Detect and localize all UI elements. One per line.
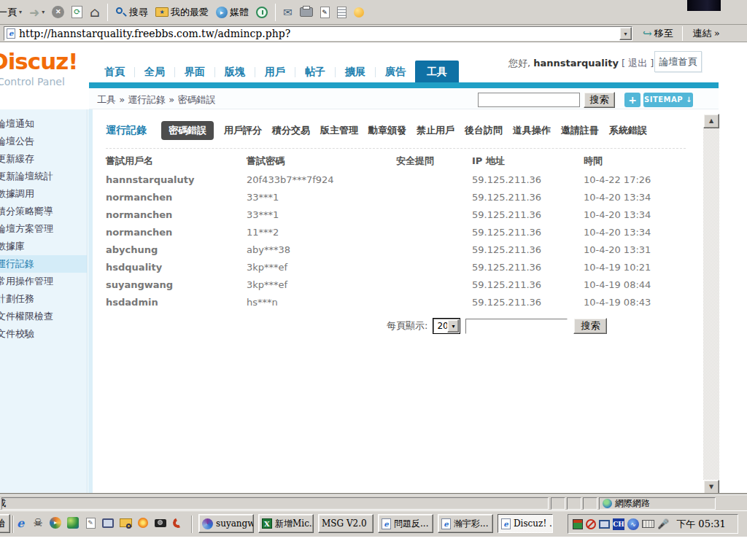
nav-forums[interactable]: 版塊 [215, 62, 255, 82]
microphone-tray-icon[interactable]: 🎤 [657, 518, 669, 529]
task-discuz-active[interactable]: eDiscuz! ... [498, 514, 553, 533]
nav-tools[interactable]: 工具 [415, 61, 459, 84]
cell-security [396, 241, 472, 258]
editor-icon[interactable]: ✎ [83, 516, 98, 530]
search-folder-icon[interactable] [118, 516, 133, 530]
tab-password-errors[interactable]: 密碼錯誤 [161, 121, 214, 140]
sidebar-item-update-stats[interactable]: 更新論壇統計 [0, 168, 87, 185]
sidebar-item-forum-announcement[interactable]: 論壇公告 [0, 133, 87, 150]
table-search-input[interactable] [465, 319, 568, 334]
system-tray: CH ∿ 🎤 下午 05:31 [568, 514, 738, 534]
discuss-button[interactable] [333, 5, 350, 20]
sidebar-item-credit-wizard[interactable]: 積分策略嚮導 [0, 203, 87, 220]
tab-admin-visits[interactable]: 後台訪問 [465, 124, 503, 137]
media-button[interactable]: ▸媒體 [212, 4, 252, 20]
media-player-icon[interactable]: ▸ [48, 516, 63, 530]
forward-dropdown-icon[interactable]: ▾ [42, 9, 44, 15]
task-hannstar[interactable]: e瀚宇彩... [438, 514, 493, 533]
frame-scrollbar[interactable]: ▲ ▼ [703, 114, 719, 494]
nav-home[interactable]: 首頁 [95, 62, 134, 82]
sidebar-item-file-verify[interactable]: 文件校驗 [0, 325, 87, 343]
back-dropdown-icon[interactable]: ▾ [19, 9, 22, 15]
search-button[interactable]: 搜尋 [112, 4, 152, 20]
back-button[interactable]: 一頁▾ [0, 4, 26, 20]
foxmail-icon[interactable] [171, 516, 185, 530]
network-tray-icon[interactable] [599, 520, 610, 529]
sidebar-item-database[interactable]: 數據庫 [0, 238, 87, 255]
breadcrumb[interactable]: 工具 » 運行記錄 » 密碼錯誤 [97, 93, 215, 106]
nav-interface[interactable]: 界面 [175, 62, 214, 82]
scroll-down-button[interactable]: ▼ [703, 480, 719, 494]
mute-tray-icon[interactable] [586, 519, 596, 529]
sidebar-item-update-cache[interactable]: 更新緩存 [0, 150, 87, 168]
start-button[interactable]: 開始 [0, 514, 10, 533]
task-msg[interactable]: MSG V2.0 [318, 514, 374, 533]
sidebar-item-forum-notice[interactable]: 論壇通知 [0, 115, 87, 133]
sidebar-item-cron[interactable]: 計劃任務 [0, 290, 87, 308]
header-search-button[interactable]: 搜索 [584, 92, 615, 108]
cell-password: hs***n [247, 293, 396, 311]
tab-magic-ops[interactable]: 道具操作 [513, 124, 551, 137]
table-search-button[interactable]: 搜索 [573, 318, 607, 334]
tab-moderator-manage[interactable]: 版主管理 [320, 124, 358, 137]
forum-home-button[interactable]: 論壇首頁 [654, 51, 702, 72]
fire-app-icon[interactable] [136, 516, 150, 530]
print-icon [300, 7, 313, 17]
refresh-button[interactable]: ⟳ [68, 4, 86, 20]
swirl-tray-icon[interactable]: ∿ [627, 518, 639, 530]
language-indicator-icon[interactable]: CH [613, 518, 624, 530]
history-button[interactable] [252, 5, 271, 20]
tab-banned-users[interactable]: 禁止用戶 [417, 124, 454, 137]
home-button[interactable]: ⌂ [86, 4, 104, 20]
messenger-button[interactable] [350, 6, 368, 19]
desktop-icon[interactable] [101, 516, 115, 530]
sidebar-item-run-log[interactable]: 運行記錄 [0, 255, 87, 273]
pagination-row: 每頁顯示: 20▾ 搜索 [387, 318, 607, 334]
scroll-up-button[interactable]: ▲ [703, 114, 719, 128]
nav-global[interactable]: 全局 [135, 62, 174, 82]
cell-time: 10-4-20 13:34 [584, 188, 693, 206]
tab-invite-register[interactable]: 邀請註冊 [561, 124, 599, 137]
address-input[interactable]: e http://hannstarquality.freebbs.com.tw/… [4, 26, 632, 41]
tab-system-errors[interactable]: 系統錯誤 [609, 124, 647, 137]
keyboard-tray-icon[interactable] [642, 520, 654, 528]
sidebar-item-data-call[interactable]: 數據調用 [0, 185, 87, 203]
task-feedback[interactable]: e問題反... [378, 514, 433, 533]
task-excel[interactable]: X新增Mic... [258, 514, 314, 533]
print-button[interactable] [296, 6, 317, 18]
edit-button[interactable]: ✎ [317, 5, 333, 20]
task-suyangwang[interactable]: suyangw... [198, 514, 254, 533]
nav-ads[interactable]: 廣告 [376, 62, 415, 82]
links-button[interactable]: 連結» [687, 26, 726, 41]
map-app-icon[interactable] [66, 516, 80, 530]
sidebar-item-file-perm-check[interactable]: 文件權限檢查 [0, 308, 87, 325]
go-button[interactable]: ↪移至 [637, 26, 679, 41]
sitemap-button[interactable]: SITEMAP ↓ [643, 93, 693, 107]
skull-icon[interactable]: ☠ [31, 516, 45, 530]
address-dropdown-button[interactable]: ▾ [619, 27, 632, 40]
sidebar-item-scheme-manage[interactable]: 論壇方案管理 [0, 220, 87, 238]
tab-medal-award[interactable]: 勳章頒發 [368, 124, 406, 137]
url-text[interactable]: http://hannstarquality.freebbs.com.tw/ad… [19, 28, 290, 39]
select-dropdown-icon[interactable]: ▾ [447, 319, 459, 332]
favorites-button[interactable]: ★我的最愛 [152, 4, 212, 20]
logout-link[interactable]: [ 退出 ] [622, 58, 654, 69]
forward-button[interactable]: ➜▾ [26, 4, 48, 21]
device-tray-icon[interactable] [573, 519, 583, 529]
camera-app-icon[interactable] [153, 516, 168, 530]
header-search-input[interactable] [478, 93, 580, 107]
scrollbar-track[interactable] [703, 128, 719, 480]
stop-button[interactable]: ✕ [48, 4, 68, 20]
per-page-select[interactable]: 20▾ [433, 319, 460, 333]
tab-credit-transactions[interactable]: 積分交易 [272, 124, 310, 137]
nav-posts[interactable]: 帖子 [295, 62, 335, 82]
discuz-logo: Discuz! [0, 48, 77, 74]
ie-quicklaunch-icon[interactable]: e [13, 516, 28, 530]
section-title[interactable]: 運行記錄 [106, 124, 147, 137]
tab-user-ratings[interactable]: 用戶評分 [224, 124, 262, 137]
nav-extensions[interactable]: 擴展 [336, 62, 375, 82]
plus-button[interactable]: + [624, 93, 640, 107]
sidebar-item-common-ops[interactable]: 常用操作管理 [0, 273, 87, 290]
mail-button[interactable]: ✉ [279, 5, 296, 20]
nav-users[interactable]: 用戶 [255, 62, 295, 82]
